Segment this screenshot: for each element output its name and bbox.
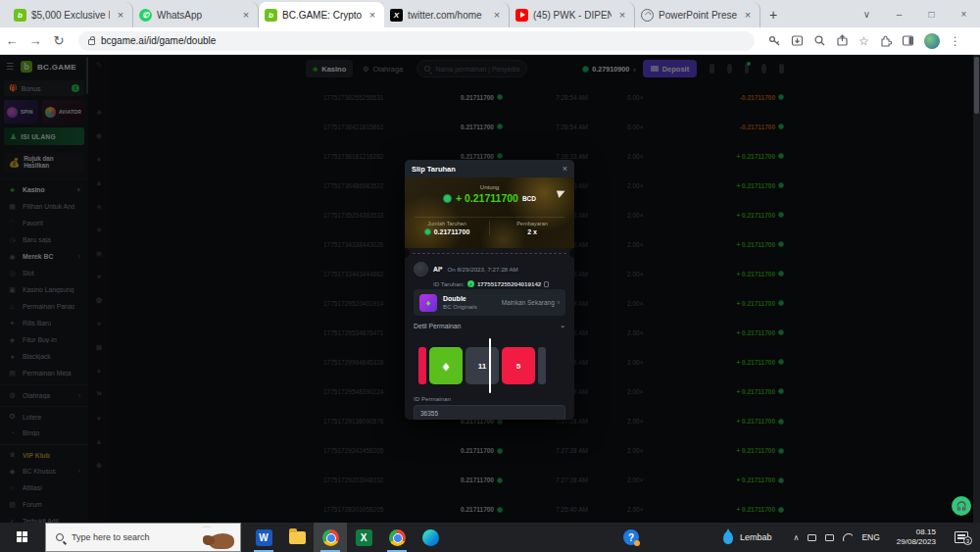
forward-button[interactable]: → [24,33,47,48]
bet-amount-value: 0.21711700 [434,228,470,235]
tab-close-icon[interactable]: × [616,9,628,21]
tab-close-icon[interactable]: × [240,9,252,21]
taskbar-chrome-active[interactable] [314,523,347,552]
file-explorer-icon [289,531,306,544]
taskbar-clock[interactable]: 08.15 29/08/2023 [897,527,936,547]
tray-phone-icon[interactable] [808,534,816,541]
language-indicator[interactable]: ENG [861,532,879,542]
windows-logo-icon [17,531,28,543]
clock-date: 29/08/2023 [897,537,936,547]
start-button[interactable] [0,523,45,552]
chrome-icon [322,529,339,546]
side-panel-icon[interactable] [902,34,914,47]
back-button[interactable]: ← [0,33,24,48]
wifi-icon[interactable] [843,533,853,541]
search-placeholder: Type here to search [72,532,150,542]
bet-amount-label: Jumlah Taruhan [405,221,489,226]
copy-icon[interactable] [544,281,549,287]
password-key-icon[interactable] [768,34,781,47]
tab-title: (45) PWK - DIPENJARA [533,10,612,21]
browser-tab[interactable]: PowerPoint Presentati × [635,2,760,27]
maximize-button[interactable]: □ [915,0,948,27]
weather-label: Lembab [740,532,772,542]
tab-favicon [265,9,277,22]
reload-button[interactable]: ↻ [47,33,71,48]
tab-favicon [139,9,152,22]
extensions-icon[interactable] [879,34,892,47]
taskbar-chrome-2[interactable] [380,523,414,552]
browser-tab[interactable]: $5,000 Exclusive DOU × [8,2,133,27]
bcd-coin-icon [443,194,452,203]
notification-center-icon[interactable]: 3 [955,531,968,543]
browser-toolbar: ← → ↻ bcgame.ai/id/game/double ☆ ⋮ [0,27,980,55]
bet-id-value: 1775517255204019142 [477,280,541,287]
install-icon[interactable] [791,34,804,47]
result-tile-5: 5 [502,347,535,384]
excel-icon: X [356,529,372,546]
details-label: Detil Permainan [414,323,461,329]
payout-value: 2 x [527,228,537,235]
result-marker [489,338,491,393]
game-card[interactable]: ♦ Double BC Originals Mainkan Sekarang› [414,289,565,316]
profit-value: + 0.21711700 [456,192,518,204]
bookmark-star-icon[interactable]: ☆ [858,34,869,48]
share-icon[interactable] [836,34,849,47]
result-tile-red-sliver [418,347,426,384]
help-icon[interactable]: ? [623,529,639,545]
tab-close-icon[interactable]: × [491,9,503,21]
search-icon [56,533,64,541]
game-id-label: ID Permainan [414,395,451,402]
chrome-icon [389,529,406,546]
close-window-button[interactable]: × [948,0,980,27]
word-icon: W [256,529,272,546]
tab-close-icon[interactable]: × [115,9,126,21]
tab-favicon [515,9,528,22]
profit-banner: Untung + 0.21711700 BCD Jumlah Taruhan 0… [405,177,574,248]
tab-title: twitter.com/home [408,10,486,21]
result-tile-11: 11 [466,347,499,384]
new-tab-button[interactable]: + [760,2,786,27]
play-now-link[interactable]: Mainkan Sekarang› [502,299,560,306]
chevron-right-icon: › [558,299,560,306]
tray-expand-icon[interactable]: ∧ [794,533,800,542]
tab-close-icon[interactable]: × [742,9,754,21]
username: AI* [433,266,442,273]
taskbar-excel[interactable]: X [347,523,380,552]
window-controls: ∨ – □ × [851,0,980,27]
bcd-coin-icon [424,228,431,235]
taskbar-search[interactable]: Type here to search [45,523,241,552]
tab-close-icon[interactable]: × [367,9,378,21]
close-icon[interactable]: × [563,164,567,174]
game-details-toggle[interactable]: Detil Permainan ⌄ [414,322,565,329]
search-highlight-ox-image[interactable] [203,527,234,549]
weather-widget[interactable]: Lembab [723,531,772,544]
screen: $5,000 Exclusive DOU × WhatsApp × BC.GAM… [0,0,980,552]
tab-title: BC.GAME: Crypto Casi [282,10,362,21]
taskbar-edge[interactable] [414,523,447,552]
zoom-icon[interactable] [813,34,826,47]
taskbar-explorer[interactable] [280,523,314,552]
scrollbar-thumb[interactable] [974,57,979,114]
bet-slip-modal: Slip Taruhan × Untung + 0.21711700 BCD J… [405,160,574,420]
browser-tab[interactable]: twitter.com/home × [384,2,510,27]
minimize-button[interactable]: – [883,0,915,27]
bet-timestamp: On 8/29/2023, 7:27:28 AM [447,266,517,273]
browser-tab[interactable]: BC.GAME: Crypto Casi × [259,2,384,27]
tab-title: $5,000 Exclusive DOU [31,10,110,21]
address-bar[interactable]: bcgame.ai/id/game/double [78,31,755,51]
tab-search-icon[interactable]: ∨ [851,0,883,27]
browser-menu-icon[interactable]: ⋮ [950,34,961,48]
chevron-down-icon: ⌄ [560,322,565,329]
browser-tab[interactable]: WhatsApp × [133,2,259,27]
game-id-input[interactable] [414,405,565,420]
profile-avatar[interactable] [924,33,940,49]
page-scrollbar[interactable] [973,55,980,523]
support-chat-button[interactable]: 🎧 [952,496,971,516]
tray-device-icon[interactable] [825,534,834,541]
clock-time: 08.15 [897,527,936,537]
tab-title: PowerPoint Presentati [659,10,737,21]
browser-tab[interactable]: (45) PWK - DIPENJARA × [510,2,635,27]
result-tile-gem: ♦ [429,347,463,384]
result-tile-dark-sliver [538,347,546,384]
taskbar-word[interactable]: W [247,523,280,552]
